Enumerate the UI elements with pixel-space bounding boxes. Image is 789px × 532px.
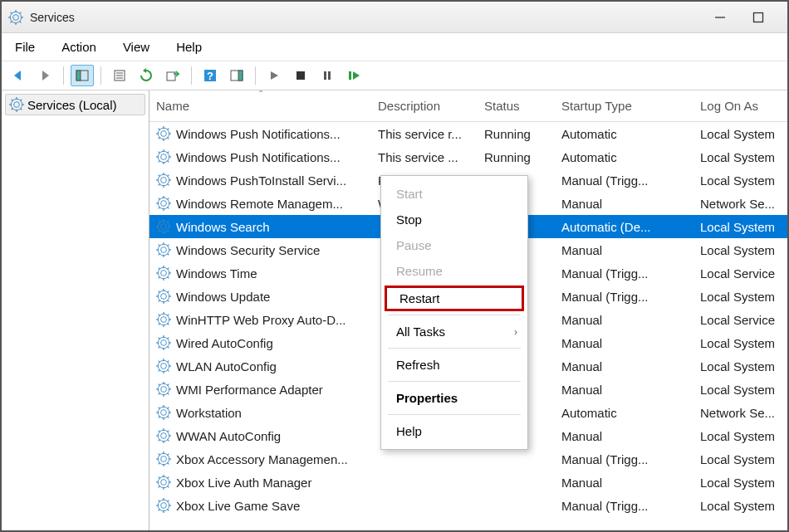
- maximize-button[interactable]: [751, 10, 766, 25]
- service-name: WinHTTP Web Proxy Auto-D...: [176, 313, 346, 327]
- service-name: Windows Security Service: [176, 243, 320, 257]
- svg-rect-25: [328, 71, 331, 80]
- service-row[interactable]: Xbox Accessory Managemen...Manual (Trigg…: [149, 447, 787, 471]
- service-startup: Automatic: [555, 127, 693, 141]
- service-description: This service ...: [371, 150, 478, 164]
- service-name: Windows Update: [176, 290, 270, 304]
- submenu-arrow-icon: ›: [514, 326, 517, 338]
- forward-button[interactable]: [33, 65, 56, 86]
- column-header-startup[interactable]: Startup Type: [555, 90, 693, 121]
- ctx-resume: Resume: [381, 258, 527, 284]
- service-row[interactable]: Xbox Live Game SaveManual (Trigg...Local…: [149, 494, 787, 517]
- service-logon: Local System: [693, 359, 787, 373]
- column-header-logon[interactable]: Log On As: [693, 90, 787, 121]
- ctx-separator: [388, 414, 521, 415]
- service-icon: [156, 126, 171, 141]
- service-startup: Manual: [555, 336, 693, 350]
- menu-action[interactable]: Action: [56, 38, 101, 56]
- properties-button[interactable]: [108, 65, 131, 86]
- service-icon: [156, 335, 171, 350]
- start-service-button[interactable]: [262, 65, 286, 86]
- list-header: ⌃Name Description Status Startup Type Lo…: [149, 90, 787, 122]
- svg-text:?: ?: [207, 70, 213, 82]
- tree-root-services-local[interactable]: Services (Local): [5, 94, 145, 115]
- service-startup: Manual (Trigg...: [555, 452, 693, 466]
- context-menu: Start Stop Pause Resume Restart All Task…: [380, 175, 528, 450]
- service-row[interactable]: Xbox Live Auth ManagerManualLocal System: [149, 471, 787, 494]
- service-logon: Local System: [693, 220, 787, 234]
- minimize-button[interactable]: [713, 10, 728, 25]
- service-icon: [156, 266, 171, 281]
- tree-panel: Services (Local): [2, 90, 149, 532]
- service-startup: Manual: [555, 383, 693, 397]
- service-icon: [156, 405, 171, 420]
- service-startup: Automatic: [555, 150, 693, 164]
- column-header-name[interactable]: ⌃Name: [149, 90, 371, 121]
- service-logon: Local System: [693, 127, 787, 141]
- service-startup: Manual: [555, 313, 693, 327]
- action-pane-button[interactable]: [225, 65, 248, 86]
- service-logon: Local Service: [693, 266, 787, 281]
- show-hide-tree-button[interactable]: [71, 65, 94, 86]
- service-startup: Manual: [555, 359, 693, 373]
- service-startup: Automatic (De...: [555, 220, 693, 234]
- menu-file[interactable]: File: [10, 38, 40, 56]
- column-header-status[interactable]: Status: [478, 90, 555, 121]
- service-logon: Local System: [693, 173, 787, 188]
- restart-service-button[interactable]: [342, 65, 365, 86]
- window-title: Services: [30, 11, 713, 24]
- service-icon: [156, 359, 171, 373]
- service-logon: Network Se...: [693, 197, 787, 211]
- ctx-properties[interactable]: Properties: [381, 385, 527, 411]
- menu-view[interactable]: View: [118, 38, 154, 56]
- service-logon: Local System: [693, 476, 787, 490]
- services-icon: [9, 97, 24, 112]
- service-logon: Local System: [693, 243, 787, 257]
- svg-rect-11: [754, 12, 763, 22]
- stop-service-button[interactable]: [289, 65, 312, 86]
- service-startup: Manual (Trigg...: [555, 290, 693, 304]
- ctx-start: Start: [381, 181, 527, 207]
- toolbar-separator: [191, 66, 192, 85]
- menu-help[interactable]: Help: [171, 38, 207, 56]
- service-name: Windows Search: [176, 220, 270, 234]
- refresh-button[interactable]: [135, 65, 158, 86]
- ctx-refresh[interactable]: Refresh: [381, 352, 527, 378]
- ctx-help[interactable]: Help: [381, 418, 527, 444]
- service-logon: Local System: [693, 336, 787, 350]
- service-row[interactable]: Windows Push Notifications...This servic…: [149, 122, 787, 145]
- service-row[interactable]: Windows Push Notifications...This servic…: [149, 145, 787, 168]
- service-startup: Manual: [555, 243, 693, 257]
- service-logon: Network Se...: [693, 406, 787, 420]
- ctx-restart[interactable]: Restart: [385, 286, 524, 311]
- service-icon: [156, 498, 171, 513]
- column-header-description[interactable]: Description: [371, 90, 478, 121]
- service-name: WWAN AutoConfig: [176, 429, 281, 443]
- service-name: Windows Push Notifications...: [176, 150, 341, 164]
- export-button[interactable]: [161, 65, 184, 86]
- service-description: This service r...: [371, 127, 478, 141]
- service-name: Xbox Live Auth Manager: [176, 476, 311, 490]
- service-name: Workstation: [176, 406, 242, 420]
- service-name: WMI Performance Adapter: [176, 383, 323, 397]
- ctx-separator: [388, 315, 521, 315]
- service-name: WLAN AutoConfig: [176, 359, 277, 373]
- service-logon: Local Service: [693, 313, 787, 327]
- ctx-all-tasks[interactable]: All Tasks›: [381, 319, 527, 344]
- service-name: Windows Time: [176, 266, 257, 281]
- service-logon: Local System: [693, 290, 787, 304]
- ctx-stop[interactable]: Stop: [381, 207, 527, 232]
- back-button[interactable]: [7, 65, 30, 86]
- svg-rect-22: [238, 71, 243, 81]
- service-icon: [156, 196, 171, 211]
- pause-service-button[interactable]: [316, 65, 339, 86]
- service-icon: [156, 219, 171, 234]
- help-button[interactable]: ?: [198, 65, 222, 86]
- service-logon: Local System: [693, 429, 787, 443]
- service-logon: Local System: [693, 383, 787, 397]
- service-icon: [156, 312, 171, 327]
- list-panel: ⌃Name Description Status Startup Type Lo…: [149, 90, 787, 532]
- service-icon: [156, 289, 171, 304]
- service-logon: Local System: [693, 150, 787, 164]
- service-status: Running: [478, 150, 555, 164]
